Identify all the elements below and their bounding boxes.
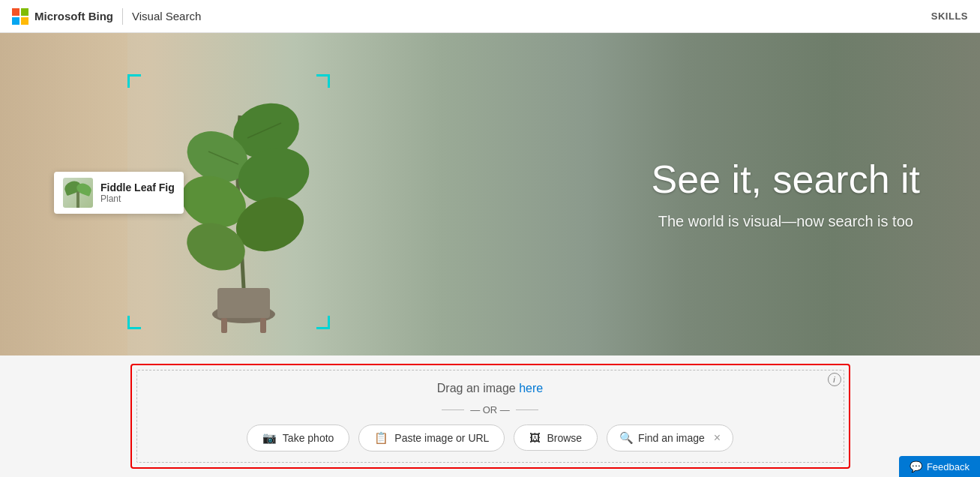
drag-text-prefix: Drag an image bbox=[437, 382, 519, 394]
ms-logo-blue bbox=[12, 17, 19, 25]
camera-icon: 📷 bbox=[262, 431, 277, 445]
search-box: i Drag an image here — OR — 📷 Take photo… bbox=[130, 364, 850, 469]
header: Microsoft Bing Visual Search SKILLS bbox=[0, 0, 980, 33]
plant-tooltip[interactable]: Fiddle Leaf Fig Plant bbox=[54, 172, 184, 214]
ms-logo-green bbox=[21, 8, 28, 16]
paste-image-button[interactable]: 📋 Paste image or URL bbox=[358, 424, 505, 452]
search-icon: 🔍 bbox=[619, 431, 634, 445]
or-divider: — OR — bbox=[442, 404, 538, 416]
ms-logo-red bbox=[12, 8, 19, 16]
buttons-row: 📷 Take photo 📋 Paste image or URL 🖼 Brow… bbox=[247, 424, 733, 452]
hero-text: See it, search it The world is visual—no… bbox=[652, 158, 920, 230]
or-line-left bbox=[442, 410, 464, 410]
browse-label: Browse bbox=[547, 432, 582, 444]
header-divider bbox=[122, 8, 123, 25]
header-left: Microsoft Bing Visual Search bbox=[12, 8, 201, 25]
find-close-icon[interactable]: × bbox=[714, 431, 721, 445]
take-photo-label: Take photo bbox=[283, 432, 334, 444]
browse-icon: 🖼 bbox=[529, 431, 541, 444]
plant-info: Fiddle Leaf Fig Plant bbox=[100, 182, 175, 204]
drag-text-here: here bbox=[519, 382, 543, 394]
ms-logo-grid bbox=[12, 8, 28, 25]
hero-section: Fiddle Leaf Fig Plant See it, search it … bbox=[0, 33, 980, 356]
browse-button[interactable]: 🖼 Browse bbox=[514, 424, 598, 451]
or-label: — OR — bbox=[470, 404, 510, 416]
corner-bl bbox=[127, 316, 141, 329]
hero-headline: See it, search it bbox=[652, 158, 920, 201]
paste-icon: 📋 bbox=[374, 431, 388, 445]
bing-logo[interactable]: Microsoft Bing bbox=[12, 8, 113, 25]
info-icon[interactable]: i bbox=[828, 373, 841, 386]
find-image-button[interactable]: 🔍 Find an image × bbox=[607, 424, 733, 452]
search-area: i Drag an image here — OR — 📷 Take photo… bbox=[0, 356, 980, 477]
ms-logo-yellow bbox=[21, 17, 28, 25]
page-title: Visual Search bbox=[132, 10, 201, 22]
hero-subtitle: The world is visual—now search is too bbox=[652, 213, 920, 230]
corner-br bbox=[316, 316, 330, 329]
plant-type: Plant bbox=[100, 194, 175, 204]
or-line-right bbox=[516, 410, 538, 410]
drag-text: Drag an image here bbox=[437, 382, 543, 395]
take-photo-button[interactable]: 📷 Take photo bbox=[247, 424, 350, 452]
plant-thumbnail bbox=[63, 178, 93, 208]
corner-tl bbox=[127, 74, 141, 88]
find-image-label: Find an image bbox=[638, 432, 705, 444]
feedback-label: Feedback bbox=[927, 461, 970, 472]
feedback-button[interactable]: 💬 Feedback bbox=[899, 456, 980, 477]
feedback-icon: 💬 bbox=[910, 460, 922, 472]
corner-tr bbox=[316, 74, 330, 88]
skills-link[interactable]: SKILLS bbox=[931, 10, 968, 22]
paste-image-label: Paste image or URL bbox=[394, 432, 489, 444]
brand-name: Microsoft Bing bbox=[34, 10, 113, 22]
plant-name: Fiddle Leaf Fig bbox=[100, 182, 175, 194]
